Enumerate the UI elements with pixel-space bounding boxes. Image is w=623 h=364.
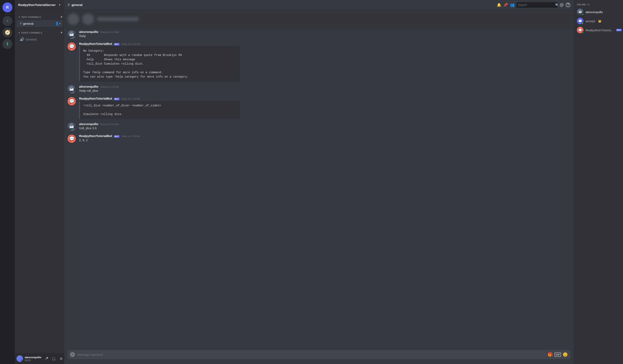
user-avatar xyxy=(17,355,23,362)
gif-button[interactable]: GIF xyxy=(555,352,561,357)
chevron-icon: ▼ xyxy=(18,31,20,34)
server-divider xyxy=(4,14,11,14)
server-icon[interactable]: R xyxy=(2,2,12,12)
voice-channel-name: General xyxy=(25,38,36,41)
avatar-mountain-img3 xyxy=(67,85,76,93)
message-input[interactable] xyxy=(77,353,545,356)
chevron-icon: ▼ xyxy=(18,16,20,18)
avatar-mountain-img xyxy=(67,30,76,39)
message-header-2: RealpythonTutorialBot BOT Today at 11:43… xyxy=(79,42,570,45)
member-avatar-alexronquillo: 🏔 xyxy=(577,9,583,15)
message-input-box: + 🎁 GIF 😊 xyxy=(67,350,570,359)
message-group-3: alexronquillo Today at 11:43 AM !help ro… xyxy=(64,84,574,94)
embed-text-2: No Category: 99 Responds with a random q… xyxy=(83,49,236,79)
message-author-1: alexronquillo xyxy=(79,30,98,34)
server-header[interactable]: RealpythonTutorialServer ▼ xyxy=(15,0,64,10)
pin-button[interactable]: 📌 xyxy=(503,2,508,7)
bot-avatar-msg4: 💬 xyxy=(67,97,76,105)
bot-badge-4: BOT xyxy=(114,98,120,100)
channel-hash-icon: # xyxy=(67,2,70,7)
message-header-5: alexronquillo Today at 11:43 AM xyxy=(79,122,570,126)
channel-item-general[interactable]: # general 👤+ xyxy=(17,20,63,27)
channel-sidebar: RealpythonTutorialServer ▼ ▼ TEXT CHANNE… xyxy=(15,0,64,364)
message-embed-4: !roll_dice <number_of_dice> <number_of_s… xyxy=(79,101,240,119)
message-text-1: !help xyxy=(79,34,570,38)
channel-item-voice-general[interactable]: 🔊 General xyxy=(17,36,63,43)
member-name-2: aronq2 xyxy=(585,19,595,23)
text-channels-category[interactable]: ▼ TEXT CHANNELS + xyxy=(15,12,64,20)
gift-button[interactable]: 🎁 xyxy=(548,352,553,357)
message-text-5: !roll_dice 3 6 xyxy=(79,126,570,130)
message-author-5: alexronquillo xyxy=(79,122,98,126)
scroll-fill xyxy=(64,144,574,350)
bot-avatar-img: 💬 xyxy=(67,42,76,51)
add-voice-channel-button[interactable]: + xyxy=(60,30,63,35)
download-button[interactable]: ⬇ xyxy=(2,39,12,49)
member-avatar-aronq2: 💬 xyxy=(577,18,583,24)
chevron-down-icon: ▼ xyxy=(59,3,61,6)
message-content-3: alexronquillo Today at 11:43 AM !help ro… xyxy=(79,85,570,93)
deafen-button[interactable]: 🎧 xyxy=(50,355,57,362)
member-item-bot[interactable]: 💬 RealpythonTutoria... BOT xyxy=(575,25,621,35)
emoji-button[interactable]: 😊 xyxy=(563,352,568,357)
download-icon: ⬇ xyxy=(5,41,9,47)
add-server-button[interactable]: + xyxy=(2,16,12,26)
message-header-1: alexronquillo Today at 11:43 AM xyxy=(79,30,570,34)
user-discriminator: #0933 xyxy=(25,359,41,362)
message-input-area: + 🎁 GIF 😊 xyxy=(64,350,574,364)
header-actions: 🔔 📌 👥 🔍 @ ? xyxy=(497,2,570,8)
message-author-3: alexronquillo xyxy=(79,85,98,88)
user-avatar-msg5 xyxy=(67,123,76,131)
message-timestamp-1: Today at 11:43 AM xyxy=(100,31,119,33)
search-bar: 🔍 xyxy=(516,2,557,8)
blurred-avatar-2 xyxy=(82,13,94,25)
message-group-5: alexronquillo Today at 11:43 AM !roll_di… xyxy=(64,121,574,132)
bot-avatar-msg2: 💬 xyxy=(67,42,76,51)
bot-badge-2: BOT xyxy=(114,43,120,45)
message-group-2: 💬 RealpythonTutorialBot BOT Today at 11:… xyxy=(64,41,574,82)
channel-name-general: general xyxy=(23,22,33,25)
explore-servers-button[interactable]: 🧭 xyxy=(2,28,12,38)
help-button[interactable]: ? xyxy=(566,3,570,7)
mute-button[interactable]: 🎤 xyxy=(43,355,50,362)
username: alexronquillo xyxy=(25,356,41,359)
input-actions: 🎁 GIF 😊 xyxy=(548,352,568,357)
message-timestamp-3: Today at 11:43 AM xyxy=(100,86,119,88)
message-author-6: RealpythonTutorialBot xyxy=(79,134,112,138)
bot-avatar-img6: 💬 xyxy=(67,135,76,143)
blurred-text xyxy=(97,17,138,21)
search-input[interactable] xyxy=(518,3,554,7)
compass-icon: 🧭 xyxy=(5,30,10,35)
notification-bell-button[interactable]: 🔔 xyxy=(497,2,501,7)
bot-avatar-msg6: 💬 xyxy=(67,135,76,143)
channel-header: # general 🔔 📌 👥 🔍 @ ? xyxy=(64,0,574,10)
add-member-icon[interactable]: 👤+ xyxy=(55,21,61,25)
settings-button[interactable]: ⚙ xyxy=(58,355,65,362)
speaker-icon: 🔊 xyxy=(20,37,24,41)
message-content-6: RealpythonTutorialBot BOT Today at 11:43… xyxy=(79,134,570,143)
bot-badge-member: BOT xyxy=(616,29,622,31)
avatar-mountain-img5 xyxy=(67,123,76,131)
member-online-status-bot xyxy=(582,31,584,34)
members-section-title: ONLINE—3 xyxy=(575,3,621,6)
user-controls: 🎤 🎧 ⚙ xyxy=(43,355,65,362)
members-button[interactable]: 👥 xyxy=(510,2,515,7)
add-text-channel-button[interactable]: + xyxy=(60,15,63,19)
message-text-6: 2, 6, 2 xyxy=(79,138,570,142)
user-avatar-msg1 xyxy=(67,30,76,39)
message-content-1: alexronquillo Today at 11:43 AM !help xyxy=(79,30,570,39)
hash-icon: # xyxy=(20,21,22,26)
voice-channels-category[interactable]: ▼ VOICE CHANNELS + xyxy=(15,27,64,36)
message-content-5: alexronquillo Today at 11:43 AM !roll_di… xyxy=(79,122,570,131)
member-item-alexronquillo[interactable]: 🏔 alexronquillo xyxy=(575,7,621,17)
bot-badge-6: BOT xyxy=(114,135,120,138)
message-timestamp-4: Today at 11:43 AM xyxy=(121,98,140,100)
channel-list: ▼ TEXT CHANNELS + # general 👤+ ▼ VOICE C… xyxy=(15,10,64,353)
message-text-3: !help roll_dice xyxy=(79,89,570,93)
server-sidebar: R + 🧭 ⬇ xyxy=(0,0,15,364)
message-content-2: RealpythonTutorialBot BOT Today at 11:43… xyxy=(79,42,570,81)
message-group-4: 💬 RealpythonTutorialBot BOT Today at 11:… xyxy=(64,96,574,120)
add-attachment-button[interactable]: + xyxy=(70,352,75,357)
mention-button[interactable]: @ xyxy=(559,2,564,7)
member-item-aronq2[interactable]: 💬 aronq2 👑 xyxy=(575,17,621,25)
